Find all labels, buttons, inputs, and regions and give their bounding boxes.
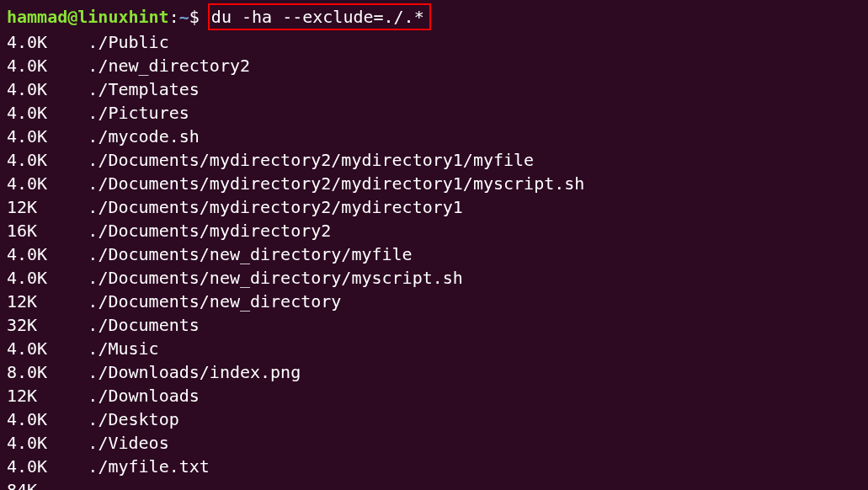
file-size: 32K	[7, 313, 37, 337]
file-path: ./myfile.txt	[88, 456, 210, 477]
output-row: 4.0K ./Documents/new_directory/myfile	[7, 242, 861, 266]
output-row: 4.0K ./Documents/new_directory/myscript.…	[7, 266, 861, 290]
file-path: ./Desktop	[88, 409, 178, 429]
output-row: 16K ./Documents/mydirectory2	[7, 219, 861, 242]
prompt-path: ~	[179, 7, 189, 27]
file-path: ./Documents/new_directory/myscript.sh	[88, 268, 463, 288]
file-path: ./Documents/mydirectory2/mydirectory1/my…	[88, 150, 534, 170]
file-path: ./Documents	[88, 315, 199, 335]
file-path: ./Documents/new_directory/myfile	[88, 244, 412, 264]
file-size: 84K	[7, 478, 37, 490]
file-path: ./Documents/mydirectory2/mydirectory1	[88, 197, 463, 217]
output-row: 4.0K ./Templates	[7, 77, 861, 101]
file-size: 4.0K	[7, 337, 47, 360]
file-size: 8.0K	[7, 360, 47, 384]
command-highlight-box: du -ha --exclude=./.*	[208, 3, 431, 30]
file-size: 4.0K	[7, 266, 47, 290]
command-line: hammad@linuxhint:~$ du -ha --exclude=./.…	[7, 3, 861, 30]
file-path: ./Documents/new_directory	[88, 291, 341, 312]
output-row: 8.0K ./Downloads/index.png	[7, 360, 861, 384]
file-size: 4.0K	[7, 54, 47, 77]
output-row: 12K ./Downloads	[7, 384, 861, 407]
file-size: 12K	[7, 384, 37, 407]
output-row: 4.0K ./Videos	[7, 431, 861, 455]
file-size: 4.0K	[7, 431, 47, 455]
file-path: ./mycode.sh	[88, 126, 199, 146]
output-row: 32K ./Documents	[7, 313, 861, 337]
file-size: 4.0K	[7, 101, 47, 125]
file-size: 4.0K	[7, 455, 47, 478]
file-path: ./Videos	[88, 433, 168, 453]
output-row: 4.0K ./new_directory2	[7, 54, 861, 77]
file-path: ./Pictures	[88, 103, 189, 123]
file-size: 4.0K	[7, 242, 47, 266]
output-row: 4.0K ./mycode.sh	[7, 125, 861, 148]
file-path: ./Templates	[88, 79, 199, 99]
prompt-dollar: $	[189, 7, 200, 27]
output-row: 12K ./Documents/new_directory	[7, 290, 861, 313]
command-text: du -ha --exclude=./.*	[211, 7, 424, 27]
prompt-user: hammad@linuxhint	[7, 7, 169, 27]
file-path: ./new_directory2	[88, 56, 250, 76]
output-row: 4.0K ./Public	[7, 30, 861, 54]
file-path: ./Downloads/index.png	[88, 362, 301, 382]
file-size: 4.0K	[7, 148, 47, 172]
file-size: 16K	[7, 219, 37, 242]
file-size: 4.0K	[7, 77, 47, 101]
file-path: ./Documents/mydirectory2	[88, 221, 331, 241]
file-size: 12K	[7, 290, 37, 313]
file-path: ./Documents/mydirectory2/mydirectory1/my…	[88, 173, 584, 194]
output-row: 4.0K ./Music	[7, 337, 861, 360]
output-row: 4.0K ./Documents/mydirectory2/mydirector…	[7, 172, 861, 195]
file-size: 4.0K	[7, 172, 47, 195]
output-row: 4.0K ./Pictures	[7, 101, 861, 125]
file-path: .	[88, 480, 98, 490]
file-path: ./Music	[88, 338, 158, 359]
output-row: 84K .	[7, 478, 861, 490]
file-path: ./Public	[88, 32, 168, 52]
file-size: 4.0K	[7, 125, 47, 148]
terminal-output: hammad@linuxhint:~$ du -ha --exclude=./.…	[7, 3, 861, 490]
output-row: 12K ./Documents/mydirectory2/mydirectory…	[7, 195, 861, 219]
file-size: 12K	[7, 195, 37, 219]
output-row: 4.0K ./Documents/mydirectory2/mydirector…	[7, 148, 861, 172]
file-size: 4.0K	[7, 407, 47, 431]
prompt-colon: :	[169, 7, 179, 27]
file-size: 4.0K	[7, 30, 47, 54]
output-row: 4.0K ./myfile.txt	[7, 455, 861, 478]
output-row: 4.0K ./Desktop	[7, 407, 861, 431]
file-path: ./Downloads	[88, 386, 199, 406]
